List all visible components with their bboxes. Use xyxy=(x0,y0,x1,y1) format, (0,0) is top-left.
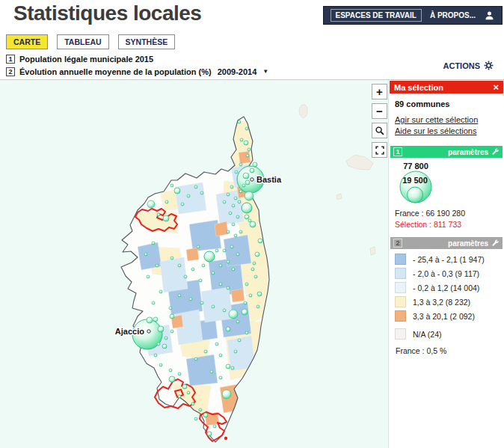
workspaces-button[interactable]: ESPACES DE TRAVAIL xyxy=(331,9,422,22)
population-bubble[interactable] xyxy=(223,200,226,203)
tab-synthèse[interactable]: SYNTHÈSE xyxy=(118,34,176,49)
population-bubble[interactable] xyxy=(243,173,249,179)
population-bubble[interactable] xyxy=(219,283,222,286)
population-bubble[interactable] xyxy=(157,213,160,216)
population-bubble[interactable] xyxy=(182,384,187,389)
population-bubble[interactable] xyxy=(197,245,200,248)
tab-tableau[interactable]: TABLEAU xyxy=(57,34,108,49)
population-bubble[interactable] xyxy=(157,343,160,346)
tab-carte[interactable]: CARTE xyxy=(6,34,48,49)
population-bubble[interactable] xyxy=(245,215,249,219)
zoom-out-button[interactable]: − xyxy=(372,103,387,119)
population-bubble[interactable] xyxy=(219,354,222,357)
population-bubble[interactable] xyxy=(194,185,197,188)
population-bubble[interactable] xyxy=(236,215,239,218)
population-bubble[interactable] xyxy=(219,376,222,379)
population-bubble[interactable] xyxy=(232,204,235,207)
population-bubble[interactable] xyxy=(239,190,242,193)
population-bubble[interactable] xyxy=(200,191,203,194)
population-bubble[interactable] xyxy=(213,425,216,428)
commune-area[interactable] xyxy=(186,248,199,261)
population-bubble[interactable] xyxy=(230,245,233,248)
population-bubble[interactable] xyxy=(191,268,194,271)
population-bubble[interactable] xyxy=(257,292,262,296)
selection-link-0[interactable]: Agir sur cette sélection xyxy=(395,115,498,124)
population-bubble[interactable] xyxy=(242,203,252,213)
commune-area[interactable] xyxy=(186,355,218,386)
population-bubble[interactable] xyxy=(187,194,190,197)
population-bubble[interactable] xyxy=(184,275,187,278)
user-account-icon[interactable] xyxy=(484,10,495,21)
population-bubble[interactable] xyxy=(232,223,235,226)
population-bubble[interactable] xyxy=(231,366,234,369)
commune-area[interactable] xyxy=(201,287,233,322)
population-bubble[interactable] xyxy=(178,395,181,398)
population-bubble[interactable] xyxy=(212,271,215,274)
legend2-params-button[interactable]: paramètres xyxy=(448,239,500,248)
population-bubble[interactable] xyxy=(178,264,181,267)
population-bubble[interactable] xyxy=(227,193,230,196)
population-bubble[interactable] xyxy=(162,344,167,349)
population-bubble[interactable] xyxy=(242,184,245,187)
population-bubble[interactable] xyxy=(165,200,168,203)
population-bubble[interactable] xyxy=(245,180,250,185)
population-bubble[interactable] xyxy=(200,301,203,304)
population-bubble[interactable] xyxy=(178,294,181,297)
population-bubble[interactable] xyxy=(239,230,242,233)
population-bubble[interactable] xyxy=(238,120,241,123)
population-bubble[interactable] xyxy=(234,350,237,353)
population-bubble[interactable] xyxy=(236,320,239,323)
population-bubble[interactable] xyxy=(199,279,202,282)
population-bubble[interactable] xyxy=(178,372,181,375)
population-bubble[interactable] xyxy=(253,262,256,265)
population-bubble[interactable] xyxy=(152,242,155,245)
population-bubble[interactable] xyxy=(215,343,218,346)
population-bubble[interactable] xyxy=(250,221,256,227)
population-bubble[interactable] xyxy=(245,191,253,200)
commune-area[interactable] xyxy=(231,289,245,302)
population-bubble[interactable] xyxy=(234,234,237,237)
population-bubble[interactable] xyxy=(223,309,226,312)
population-bubble[interactable] xyxy=(245,283,248,286)
population-bubble[interactable] xyxy=(187,391,190,394)
close-icon[interactable]: × xyxy=(493,82,499,92)
selected-zone-dot[interactable] xyxy=(224,437,227,440)
population-bubble[interactable] xyxy=(250,168,254,173)
population-bubble[interactable] xyxy=(255,252,259,257)
population-bubble[interactable] xyxy=(238,200,241,203)
population-bubble[interactable] xyxy=(159,290,162,293)
population-bubble[interactable] xyxy=(253,162,257,167)
population-bubble[interactable] xyxy=(147,275,150,278)
population-bubble[interactable] xyxy=(226,364,230,369)
population-bubble[interactable] xyxy=(169,307,172,310)
about-button[interactable]: À PROPOS... xyxy=(430,11,476,19)
population-bubble[interactable] xyxy=(242,309,248,315)
population-bubble[interactable] xyxy=(152,301,155,304)
population-bubble[interactable] xyxy=(207,432,212,436)
zoom-in-button[interactable]: + xyxy=(372,84,387,99)
population-bubble[interactable] xyxy=(227,260,230,263)
population-bubble[interactable] xyxy=(191,402,194,405)
zoom-box-button[interactable] xyxy=(372,123,387,138)
population-bubble[interactable] xyxy=(163,215,169,221)
population-bubble[interactable] xyxy=(235,171,238,174)
population-bubble[interactable] xyxy=(194,417,197,420)
population-bubble[interactable] xyxy=(154,354,157,357)
population-bubble[interactable] xyxy=(158,326,164,332)
selection-link-1[interactable]: Aide sur les sélections xyxy=(395,126,498,135)
population-bubble[interactable] xyxy=(223,249,226,252)
population-bubble[interactable] xyxy=(199,408,202,411)
population-bubble[interactable] xyxy=(215,249,218,252)
population-bubble[interactable] xyxy=(258,239,262,243)
population-bubble[interactable] xyxy=(229,212,232,215)
commune-area[interactable] xyxy=(239,151,251,164)
population-bubble[interactable] xyxy=(210,370,213,373)
population-bubble[interactable] xyxy=(227,286,230,289)
map-canvas[interactable]: BastiaAjaccio xyxy=(0,80,388,448)
population-bubble[interactable] xyxy=(229,310,238,319)
population-bubble[interactable] xyxy=(232,268,235,271)
population-bubble[interactable] xyxy=(236,253,239,256)
commune-area[interactable] xyxy=(175,182,206,214)
population-bubble[interactable] xyxy=(202,264,205,267)
population-bubble[interactable] xyxy=(249,294,252,297)
